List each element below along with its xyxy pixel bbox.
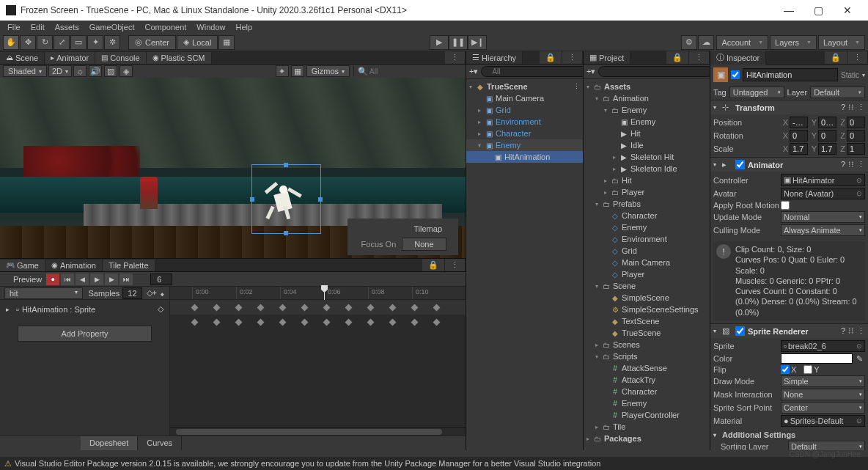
transform-header[interactable]: ▾⊹ Transform ?⁝⁝⋮ [710, 100, 868, 114]
sprite-field[interactable]: ▫break02_6 [781, 340, 865, 352]
dopesheet-tab[interactable]: Dopesheet [81, 436, 138, 450]
move-tool-button[interactable]: ✥ [20, 35, 36, 50]
anim-next-button[interactable]: ▶ [105, 273, 118, 285]
add-event-button[interactable]: ⬥ [160, 289, 165, 298]
project-item[interactable]: ▸▶Skeleton Hit [584, 151, 710, 163]
scale-x[interactable]: 1.7 [790, 143, 808, 155]
project-item[interactable]: ◇Grid [584, 245, 710, 257]
position-z[interactable]: 0 [847, 117, 865, 128]
step-button[interactable]: ▶❙ [468, 35, 487, 50]
tab-console[interactable]: ▤Console [95, 52, 146, 64]
scale-z[interactable]: 1 [847, 143, 865, 155]
add-property-button[interactable]: Add Property [18, 326, 152, 342]
project-item[interactable]: ▸▶Skeleton Idle [584, 163, 710, 175]
rotate-tool-button[interactable]: ↻ [37, 35, 53, 50]
pivot-center-button[interactable]: ◎Center [128, 35, 176, 50]
menu-window[interactable]: Window [192, 22, 229, 32]
anim-play-button[interactable]: ▶ [90, 273, 103, 285]
gameobject-enabled-checkbox[interactable] [731, 70, 740, 79]
project-item[interactable]: ▣Enemy [584, 116, 710, 128]
account-dropdown[interactable]: Account [716, 35, 768, 50]
project-menu[interactable]: ⋮ [689, 51, 710, 64]
gameobject-name-field[interactable]: HitAnimation [743, 68, 838, 81]
draw-mode-dropdown[interactable]: Shaded [3, 65, 47, 77]
hierarchy-item[interactable]: ▸▣Character [466, 128, 583, 139]
controller-field[interactable]: ▣HitAnimator [781, 174, 865, 186]
comp-menu-icon[interactable]: ⋮ [857, 326, 865, 336]
hierarchy-tree[interactable]: ▾◆TrueScene⋮ ▣Main Camera ▸▣Grid ▸▣Envir… [466, 79, 583, 450]
audio-toggle[interactable]: 🔊 [89, 65, 102, 77]
menu-gameobject[interactable]: GameObject [85, 22, 139, 32]
samples-field[interactable]: 12 [122, 287, 141, 299]
curves-tab[interactable]: Curves [138, 436, 182, 450]
tab-plastic[interactable]: ◉Plastic SCM [147, 52, 212, 64]
tab-animator[interactable]: ▸Animator [45, 52, 95, 64]
help-icon[interactable]: ? [841, 326, 845, 336]
pivot-local-button[interactable]: ◈Local [177, 35, 218, 50]
project-item[interactable]: ◇Enemy [584, 221, 710, 233]
inspector-menu[interactable]: ⋮ [847, 51, 868, 64]
tag-dropdown[interactable]: Untagged [729, 87, 784, 98]
gizmo-handle-bottom[interactable] [284, 231, 288, 235]
avatar-field[interactable]: None (Avatar) [781, 188, 865, 199]
rotation-z[interactable]: 0 [847, 130, 865, 142]
material-field[interactable]: ●Sprites-Default [781, 415, 865, 427]
fx-toggle[interactable]: ▨ [104, 65, 117, 77]
maximize-button[interactable]: ▢ [803, 0, 833, 21]
animator-header[interactable]: ▾▸ Animator ?⁝⁝⋮ [710, 158, 868, 172]
project-item[interactable]: ◆SimpleScene [584, 292, 710, 304]
sprite-renderer-header[interactable]: ▾▨ Sprite Renderer ?⁝⁝⋮ [710, 324, 868, 338]
position-y[interactable]: 0.54 [818, 117, 836, 128]
anim-first-button[interactable]: ⏮ [61, 273, 74, 285]
project-folder[interactable]: ▾🗀Scene [584, 280, 710, 292]
hand-tool-button[interactable]: ✋ [3, 35, 19, 50]
add-keyframe-button[interactable]: ◇+ [147, 288, 157, 298]
scene-row[interactable]: ▾◆TrueScene⋮ [466, 81, 583, 92]
project-lock[interactable]: 🔒 [666, 51, 689, 64]
static-dropdown[interactable]: ▾ [862, 72, 865, 78]
comp-menu-icon[interactable]: ⋮ [857, 160, 865, 169]
rect-tool-button[interactable]: ▭ [70, 35, 87, 50]
project-item[interactable]: ▶Hit [584, 128, 710, 139]
inspector-lock[interactable]: 🔒 [825, 51, 847, 64]
sorting-layer-dropdown[interactable]: Default [788, 441, 865, 450]
project-item[interactable]: ◆TextScene [584, 315, 710, 327]
pause-button[interactable]: ❚❚ [449, 35, 468, 50]
anim-menu-button[interactable]: ⋮ [445, 259, 466, 271]
project-item[interactable]: #Enemy [584, 397, 710, 409]
grid-snap-button[interactable]: ▦ [218, 35, 235, 50]
tab-hierarchy[interactable]: ☰ Hierarchy [466, 51, 523, 64]
help-icon[interactable]: ? [841, 160, 845, 169]
color-field[interactable] [781, 353, 853, 364]
hierarchy-item[interactable]: ▸▣Environment [466, 116, 583, 128]
focus-on-dropdown[interactable]: None [402, 238, 446, 251]
clip-dropdown[interactable]: hit▾ [4, 287, 83, 299]
sort-point-dropdown[interactable]: Center [781, 402, 865, 414]
cloud-button[interactable]: ☁ [698, 35, 714, 50]
project-item[interactable]: ◇Player [584, 268, 710, 280]
gizmo-handle-right[interactable] [318, 197, 323, 202]
scene-menu-icon[interactable]: ⋮ [573, 83, 583, 90]
scene-search-input[interactable] [369, 67, 463, 76]
anim-last-button[interactable]: ⏭ [119, 273, 133, 285]
project-item[interactable]: ▶Idle [584, 139, 710, 151]
draw-mode-dropdown[interactable]: Simple [781, 375, 865, 387]
project-folder[interactable]: ▾🗀Enemy [584, 104, 710, 116]
project-folder[interactable]: ▸🗀Tile [584, 421, 710, 433]
collab-button[interactable]: ⚙ [681, 35, 697, 50]
project-item[interactable]: #AttackSense [584, 362, 710, 374]
position-x[interactable]: -0.43 [790, 117, 808, 128]
project-folder[interactable]: ▾🗀Assets [584, 81, 710, 92]
eyedropper-icon[interactable]: ✎ [854, 354, 865, 364]
create-button[interactable]: +▾ [469, 67, 478, 76]
close-button[interactable]: ✕ [833, 0, 862, 21]
hierarchy-item[interactable]: ▸▣Grid [466, 104, 583, 116]
anim-prev-button[interactable]: ◀ [76, 273, 89, 285]
create-button[interactable]: +▾ [586, 67, 595, 76]
scale-tool-button[interactable]: ⤢ [54, 35, 70, 50]
menu-edit[interactable]: Edit [26, 22, 49, 32]
layers-dropdown[interactable]: Layers [770, 35, 817, 50]
anim-lock-button[interactable]: 🔒 [422, 259, 445, 271]
rotation-x[interactable]: 0 [790, 130, 808, 142]
update-mode-dropdown[interactable]: Normal [781, 211, 865, 223]
